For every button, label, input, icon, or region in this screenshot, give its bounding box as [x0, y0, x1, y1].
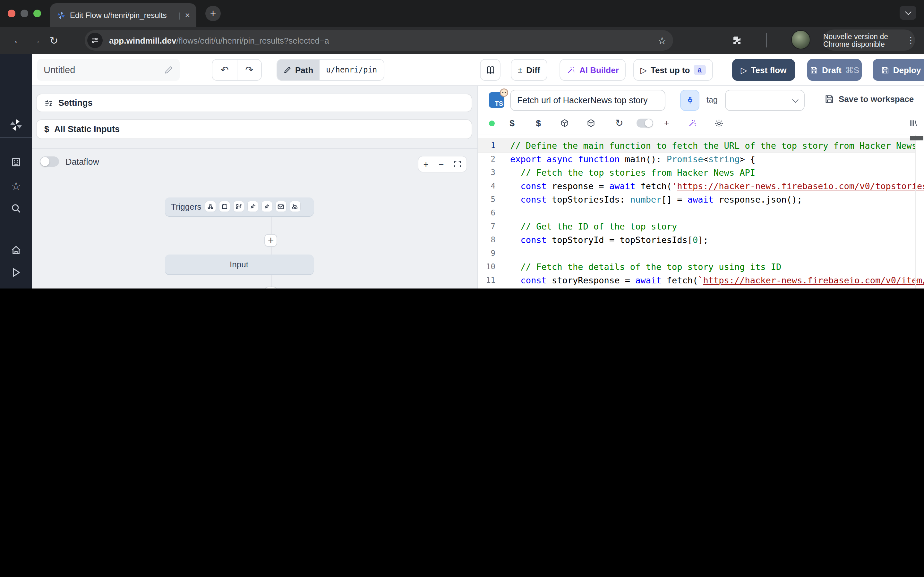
all-static-inputs-row[interactable]: $ All Static Inputs	[37, 120, 472, 139]
diff-mode-toggle[interactable]	[635, 117, 654, 129]
code-line[interactable]: 2export async function main(): Promise<s…	[478, 153, 916, 166]
code-line[interactable]: 4 const response = await fetch('https://…	[478, 179, 916, 193]
add-step-button[interactable]: +	[264, 287, 277, 288]
reload-icon[interactable]: ↻	[613, 117, 626, 129]
add-step-button[interactable]: +	[264, 234, 277, 247]
path-value: u/henri/pin	[326, 65, 377, 74]
poll-binoculars-icon[interactable]	[290, 201, 300, 211]
magic-wand-icon[interactable]	[686, 117, 699, 129]
save-to-workspace-button[interactable]: Save to workspace	[825, 94, 914, 104]
flow-graph-panel: Settings $ All Static Inputs Dataflow + …	[32, 86, 478, 288]
line-number: 12	[478, 287, 495, 288]
line-number: 10	[478, 260, 495, 274]
sidebar-item-favorites-star-icon[interactable]: ☆	[0, 179, 32, 193]
site-settings-icon[interactable]	[87, 33, 103, 48]
kafka-plug-bolt-icon[interactable]	[262, 201, 272, 211]
save-icon	[810, 66, 818, 74]
triggers-node[interactable]: Triggers	[165, 197, 313, 216]
pin-step-button[interactable]	[680, 90, 699, 111]
input-node[interactable]: Input	[165, 254, 313, 274]
resources-dollar-icon[interactable]: $	[532, 117, 545, 129]
back-icon[interactable]: ←	[9, 35, 27, 46]
websocket-plug-icon[interactable]	[247, 201, 258, 211]
line-number: 7	[478, 220, 495, 234]
chrome-menu-kebab-icon[interactable]: ⋮	[907, 35, 915, 45]
variables-dollar-icon[interactable]: $	[506, 117, 519, 129]
package-icon[interactable]	[585, 117, 598, 129]
code-line[interactable]: 11 const storyResponse = await fetch(`ht…	[478, 274, 916, 287]
test-up-to-button[interactable]: ▷ Test up to a	[633, 59, 712, 81]
code-line[interactable]: 10 // Fetch the details of the top story…	[478, 260, 916, 274]
code-line[interactable]: 3 // Fetch the top stories from Hacker N…	[478, 166, 916, 179]
step-title-input[interactable]: Fetch url of HackerNews top story	[510, 90, 666, 111]
code-line[interactable]: 7 // Get the ID of the top story	[478, 220, 916, 234]
forward-icon[interactable]: →	[27, 35, 45, 46]
sidebar-item-runs-play-icon[interactable]	[0, 267, 32, 278]
undo-button[interactable]: ↶	[212, 60, 237, 80]
tab-search-chevron-button[interactable]	[900, 6, 916, 20]
chevron-down-icon	[905, 9, 911, 15]
plusminus-icon[interactable]: ±	[660, 117, 673, 129]
ai-builder-button[interactable]: AI Builder	[559, 59, 626, 81]
flow-settings-label: Settings	[58, 98, 93, 108]
reload-icon[interactable]: ↻	[45, 34, 63, 47]
extensions-puzzle-icon[interactable]	[732, 35, 742, 45]
windmill-logo-icon[interactable]	[0, 118, 32, 132]
url-host: app.windmill.dev	[109, 35, 176, 45]
tag-label: tag	[706, 95, 718, 105]
tag-select[interactable]	[725, 90, 804, 111]
edit-pencil-icon[interactable]	[164, 65, 173, 74]
schedule-calendar-icon[interactable]	[219, 201, 229, 211]
code-line[interactable]: 5 const topStoriesIds: number[] = await …	[478, 193, 916, 206]
deploy-button[interactable]: Deploy	[873, 59, 924, 81]
code-line[interactable]: 9	[478, 247, 916, 260]
canvas-divider	[32, 148, 477, 149]
screen: Edit Flow u/henri/pin_results | × + ← → …	[0, 0, 924, 288]
draft-button[interactable]: Draft ⌘S	[807, 59, 862, 81]
fit-view-button[interactable]	[454, 160, 461, 168]
zoom-out-button[interactable]: −	[439, 159, 444, 169]
save-icon	[881, 66, 889, 74]
flow-name-value: Untitled	[44, 65, 75, 75]
http-route-icon[interactable]	[233, 201, 244, 211]
library-icon[interactable]	[907, 117, 919, 129]
diff-button[interactable]: ± Diff	[511, 59, 548, 81]
window-minimize-button[interactable]	[21, 10, 28, 17]
tab-close-icon[interactable]: ×	[185, 10, 190, 20]
webhook-icon[interactable]	[205, 201, 215, 211]
package-icon[interactable]	[558, 117, 571, 129]
flow-connector-line	[271, 215, 271, 288]
dataflow-toggle-row: Dataflow	[40, 156, 99, 167]
line-number: 5	[478, 193, 495, 206]
zoom-in-button[interactable]: +	[423, 159, 429, 169]
flow-name-field[interactable]: Untitled	[37, 59, 180, 81]
editor-scrollbar-thumb[interactable]	[910, 136, 923, 140]
new-tab-button[interactable]: +	[205, 6, 221, 21]
sidebar-item-home-icon[interactable]	[0, 244, 32, 256]
code-line[interactable]: 12 const topStory = await storyResponse.…	[478, 287, 916, 288]
redo-button[interactable]: ↷	[237, 60, 261, 80]
ai-builder-label: AI Builder	[580, 65, 619, 75]
profile-avatar[interactable]	[791, 30, 811, 49]
code-line[interactable]: 6	[478, 206, 916, 220]
window-close-button[interactable]	[8, 10, 15, 17]
path-button[interactable]: Path u/henri/pin	[276, 59, 384, 81]
flow-settings-row[interactable]: Settings	[37, 94, 472, 111]
chrome-update-button[interactable]: Nouvelle version de Chrome disponible ⋮	[823, 29, 915, 51]
code-editor[interactable]: 1// Define the main function to fetch th…	[478, 135, 924, 288]
bookmark-star-icon[interactable]: ☆	[657, 34, 667, 47]
sidebar-item-workspace[interactable]	[0, 156, 32, 168]
email-icon[interactable]	[276, 201, 286, 211]
browser-tab[interactable]: Edit Flow u/henri/pin_results | ×	[50, 3, 196, 27]
settings-gear-icon[interactable]	[712, 117, 725, 129]
window-zoom-button[interactable]	[33, 10, 41, 17]
code-line[interactable]: 8 const topStoryId = topStoriesIds[0];	[478, 234, 916, 247]
play-icon: ▷	[741, 65, 747, 75]
sidebar-item-search-icon[interactable]	[0, 203, 32, 214]
omnibox[interactable]: app.windmill.dev/flows/edit/u/henri/pin_…	[85, 30, 673, 51]
undo-redo-group: ↶ ↷	[212, 59, 262, 81]
code-line[interactable]: 1// Define the main function to fetch th…	[478, 139, 916, 153]
dataflow-toggle[interactable]	[40, 156, 59, 167]
test-flow-button[interactable]: ▷ Test flow	[732, 59, 795, 81]
docs-book-button[interactable]	[480, 59, 501, 81]
